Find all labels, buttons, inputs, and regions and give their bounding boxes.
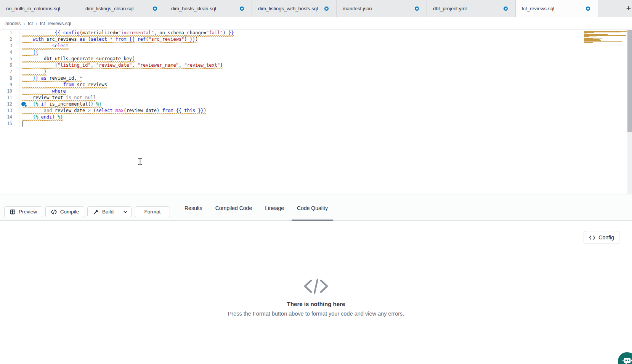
line-number: 10 bbox=[7, 88, 12, 95]
minimap-line bbox=[584, 42, 593, 43]
tab-dim-listings-with-hosts-sql[interactable]: dim_listings_with_hosts.sql bbox=[252, 0, 337, 17]
minimap-line bbox=[584, 35, 626, 36]
unsaved-changes-icon bbox=[324, 6, 329, 11]
minimap[interactable] bbox=[584, 31, 627, 54]
line-number: 1 bbox=[10, 30, 12, 36]
tab-label: dim_listings_with_hosts.sql bbox=[258, 6, 318, 11]
tab-no-nulls-in-columns-sql[interactable]: no_nulls_in_columns.sql bbox=[0, 0, 79, 17]
text-caret bbox=[22, 121, 22, 127]
code-brackets-icon bbox=[51, 209, 57, 215]
build-button[interactable]: Build bbox=[88, 207, 119, 217]
code-line-11[interactable]: review_text is not null bbox=[22, 95, 96, 101]
line-number: 5 bbox=[10, 56, 12, 62]
empty-state-title: There is nothing here bbox=[0, 301, 632, 307]
line-number: 14 bbox=[7, 114, 12, 120]
panel-tabs: ResultsCompiled CodeLineageCode Quality bbox=[179, 194, 335, 221]
compile-button[interactable]: Compile bbox=[45, 206, 84, 217]
bottom-panel-header: Preview Compile Build Format ResultsComp… bbox=[0, 194, 632, 221]
table-grid-icon bbox=[10, 209, 16, 215]
robot-chat-icon bbox=[622, 356, 632, 364]
code-action-lightbulb-icon[interactable] bbox=[20, 101, 29, 107]
code-area[interactable]: {{ config(materialized="incremental", on… bbox=[22, 30, 574, 194]
build-split-button: Build bbox=[87, 206, 132, 217]
line-number: 13 bbox=[7, 107, 12, 114]
panel-tab-lineage[interactable]: Lineage bbox=[260, 197, 289, 221]
code-line-6[interactable]: ["listing_id", "review_date", "reviewer_… bbox=[22, 62, 223, 69]
hammer-icon bbox=[93, 209, 99, 215]
config-button[interactable]: Config bbox=[584, 231, 619, 244]
tab-label: dim_listings_clean.sql bbox=[85, 6, 133, 11]
code-line-2[interactable]: with src_reviews as (select * from {{ re… bbox=[22, 36, 198, 43]
unsaved-changes-icon bbox=[504, 6, 508, 11]
tab-label: no_nulls_in_columns.sql bbox=[6, 6, 60, 11]
line-number: 12 bbox=[7, 101, 12, 107]
line-number: 7 bbox=[10, 69, 12, 75]
unsaved-changes-icon bbox=[415, 6, 419, 11]
tab-dim-listings-clean-sql[interactable]: dim_listings_clean.sql bbox=[79, 0, 165, 17]
build-label: Build bbox=[102, 209, 114, 215]
preview-label: Preview bbox=[19, 209, 37, 215]
code-line-3[interactable]: select bbox=[22, 43, 69, 49]
breadcrumb-bar: models›fct›fct_reviews.sql Save bbox=[0, 17, 632, 30]
code-quality-panel: Config There is nothing here Press the F… bbox=[0, 221, 632, 364]
code-line-5[interactable]: dbt_utils.generate_surrogate_key( bbox=[22, 56, 135, 62]
code-line-12[interactable]: {% if is_incremental() %} bbox=[22, 101, 102, 107]
line-number: 6 bbox=[10, 62, 12, 69]
empty-state-subtitle: Press the Format button above to format … bbox=[0, 311, 632, 317]
code-line-8[interactable]: }} as review_id, * bbox=[22, 75, 82, 82]
code-empty-icon bbox=[302, 278, 330, 295]
code-brackets-icon bbox=[589, 235, 595, 240]
build-options-button[interactable] bbox=[119, 207, 131, 217]
code-line-13[interactable]: and review_date > (select max(review_dat… bbox=[22, 107, 206, 114]
format-label: Format bbox=[144, 209, 161, 215]
line-number: 15 bbox=[7, 120, 12, 127]
line-number: 9 bbox=[10, 82, 12, 88]
unsaved-changes-icon bbox=[153, 6, 157, 11]
vertical-scrollbar-thumb[interactable] bbox=[627, 30, 632, 132]
breadcrumb-item-models[interactable]: models bbox=[5, 21, 21, 26]
text-cursor-pointer bbox=[138, 157, 143, 165]
code-line-9[interactable]: from src_reviews bbox=[22, 82, 107, 88]
code-line-14[interactable]: {% endif %} bbox=[22, 114, 63, 120]
panel-tab-compiled-code[interactable]: Compiled Code bbox=[210, 197, 258, 221]
breadcrumb: models›fct›fct_reviews.sql bbox=[5, 17, 71, 30]
panel-tab-results[interactable]: Results bbox=[179, 197, 208, 221]
tab-label: fct_reviews.sql bbox=[522, 6, 554, 11]
code-line-4[interactable]: {{ bbox=[22, 49, 38, 56]
tab-dim-hosts-clean-sql[interactable]: dim_hosts_clean.sql bbox=[165, 0, 252, 17]
code-line-10[interactable]: where bbox=[22, 88, 66, 95]
chevron-right-icon: › bbox=[23, 21, 25, 27]
config-label: Config bbox=[598, 234, 614, 241]
preview-button[interactable]: Preview bbox=[4, 206, 42, 217]
code-editor[interactable]: 123456789101112131415 {{ config(material… bbox=[0, 30, 632, 194]
breadcrumb-item-fct-reviews-sql[interactable]: fct_reviews.sql bbox=[40, 21, 71, 26]
gutter: 123456789101112131415 bbox=[0, 30, 16, 194]
breadcrumb-item-fct[interactable]: fct bbox=[28, 21, 33, 26]
line-number: 8 bbox=[10, 75, 12, 82]
code-line-7[interactable]: ) bbox=[22, 69, 47, 75]
file-tab-bar: no_nulls_in_columns.sqldim_listings_clea… bbox=[0, 0, 632, 17]
code-line-1[interactable]: {{ config(materialized="incremental", on… bbox=[22, 30, 234, 36]
tab-label: dim_hosts_clean.sql bbox=[171, 6, 216, 11]
tab-label: dbt_project.yml bbox=[433, 6, 467, 11]
tab-manifest-json[interactable]: manifest.json bbox=[337, 0, 427, 17]
unsaved-changes-icon bbox=[240, 6, 244, 11]
tab-fct-reviews-sql[interactable]: fct_reviews.sql bbox=[516, 0, 598, 17]
compile-label: Compile bbox=[60, 209, 79, 215]
new-tab-button[interactable]: + bbox=[623, 3, 632, 14]
line-number: 2 bbox=[10, 36, 12, 43]
line-number: 3 bbox=[10, 43, 12, 49]
chevron-down-icon bbox=[123, 209, 128, 215]
format-button[interactable]: Format bbox=[135, 206, 170, 217]
chevron-right-icon: › bbox=[35, 21, 37, 27]
line-number: 4 bbox=[10, 49, 12, 56]
gutter-divider bbox=[19, 30, 19, 127]
empty-state: There is nothing here Press the Format b… bbox=[0, 278, 632, 317]
tab-label: manifest.json bbox=[343, 6, 372, 11]
unsaved-changes-icon bbox=[586, 6, 590, 11]
tab-dbt-project-yml[interactable]: dbt_project.yml bbox=[427, 0, 516, 17]
panel-tab-code-quality[interactable]: Code Quality bbox=[292, 197, 333, 221]
line-number: 11 bbox=[7, 95, 12, 101]
